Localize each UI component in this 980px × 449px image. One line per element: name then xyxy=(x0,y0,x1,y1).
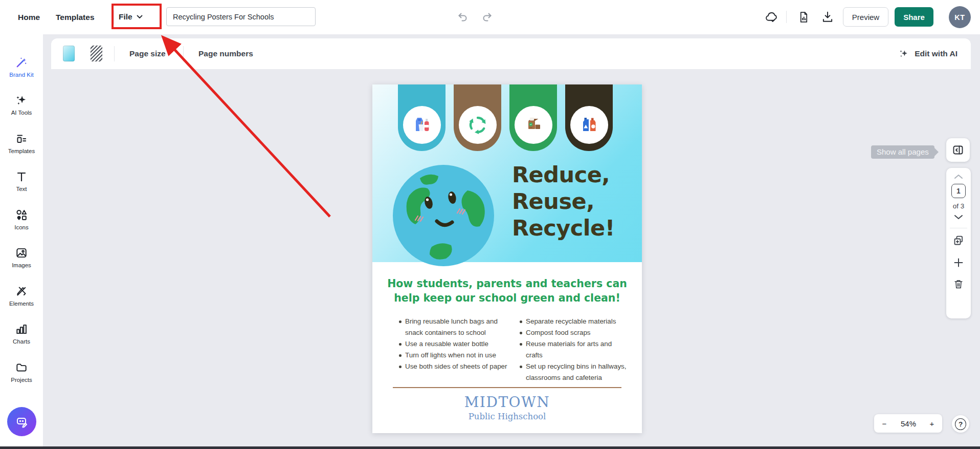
zoom-control: − 54% + xyxy=(874,414,942,433)
cloud-sync-button[interactable] xyxy=(763,9,778,25)
recycle-arrows-icon xyxy=(466,114,489,136)
analytics-button[interactable] xyxy=(796,9,811,25)
file-menu-button[interactable]: File xyxy=(119,7,143,27)
undo-icon xyxy=(457,11,469,23)
sidebar-item-projects[interactable]: Projects xyxy=(0,353,43,391)
shapes-icon xyxy=(15,208,28,222)
bullet-item: Turn off lights when not in use xyxy=(398,350,515,361)
page-count-label: of 3 xyxy=(953,202,965,210)
edit-with-ai-button[interactable]: Edit with AI xyxy=(898,38,957,69)
next-page-button[interactable] xyxy=(954,215,963,220)
poster-divider xyxy=(393,387,621,388)
delete-page-button[interactable] xyxy=(953,279,964,290)
bottom-edge-bar xyxy=(0,446,980,449)
delete-page-icon xyxy=(953,279,964,290)
poster-heading-line2: help keep our school green and clean! xyxy=(383,291,631,305)
layout-list-icon xyxy=(15,132,28,145)
sidebar-item-brand-kit[interactable]: Brand Kit xyxy=(0,48,43,86)
folder-icon xyxy=(15,361,28,374)
sidebar-item-label: Icons xyxy=(14,224,29,230)
background-pattern-swatch[interactable] xyxy=(91,46,102,61)
background-color-swatch[interactable] xyxy=(63,46,75,61)
pages-panel: 1 of 3 xyxy=(946,168,971,318)
nav-home[interactable]: Home xyxy=(18,0,40,34)
poster-title-line3: Recycle! xyxy=(512,215,615,241)
app-window: Home Templates File xyxy=(0,0,980,449)
add-page-button[interactable] xyxy=(953,257,964,268)
top-bar: Home Templates File xyxy=(0,0,980,34)
sidebar-list: Brand Kit AI Tools xyxy=(0,48,43,391)
image-icon xyxy=(15,246,28,260)
sidebar-item-text[interactable]: Text xyxy=(0,162,43,201)
toolbar-divider-2 xyxy=(183,46,184,61)
header-divider-2 xyxy=(786,11,787,23)
poster-title-line2: Reuse, xyxy=(512,188,615,215)
bullet-item: Bring reusable lunch bags and snack cont… xyxy=(398,316,515,338)
sidebar-item-label: Elements xyxy=(9,301,34,307)
bar-chart-icon xyxy=(15,323,28,336)
zoom-in-button[interactable]: + xyxy=(922,414,942,433)
show-all-pages-tooltip: Show all pages xyxy=(871,145,934,159)
download-button[interactable] xyxy=(820,9,835,25)
show-all-pages-button[interactable] xyxy=(946,138,970,162)
sidebar-item-ai-tools[interactable]: AI Tools xyxy=(0,86,43,124)
school-logo-subtitle: Public Highschool xyxy=(372,412,642,421)
sparkles-icon xyxy=(15,94,28,107)
edit-ai-sparkles-icon xyxy=(898,48,909,59)
sidebar-item-elements[interactable]: Elements xyxy=(0,276,43,315)
sidebar-item-label: Templates xyxy=(8,148,35,154)
preview-button[interactable]: Preview xyxy=(843,7,888,27)
sidebar: Brand Kit AI Tools xyxy=(0,34,43,446)
zoom-out-button[interactable]: − xyxy=(874,414,895,433)
collapse-panel-icon xyxy=(952,144,964,156)
current-page-indicator[interactable]: 1 xyxy=(951,184,966,198)
sidebar-item-templates[interactable]: Templates xyxy=(0,124,43,162)
robot-pencil-icon xyxy=(14,414,30,430)
ai-assistant-button[interactable] xyxy=(7,407,36,436)
duplicate-page-button[interactable] xyxy=(952,234,965,247)
chevron-down-icon xyxy=(137,15,143,19)
school-logo: MIDTOWN Public Highschool xyxy=(372,394,642,421)
bin-plastics xyxy=(398,84,446,151)
bin-cardboard xyxy=(509,84,557,151)
sidebar-item-icons[interactable]: Icons xyxy=(0,200,43,239)
bullet-item: Reuse materials for arts and crafts xyxy=(519,338,627,361)
nav-templates[interactable]: Templates xyxy=(56,0,95,34)
duplicate-page-icon xyxy=(952,234,965,247)
plastic-waste-icon xyxy=(411,114,433,136)
edit-with-ai-label: Edit with AI xyxy=(915,49,957,58)
poster-title-line1: Reduce, xyxy=(512,161,615,188)
sidebar-item-label: Brand Kit xyxy=(9,72,33,78)
chevron-up-icon xyxy=(954,174,963,179)
school-logo-name: MIDTOWN xyxy=(372,394,642,411)
sidebar-item-images[interactable]: Images xyxy=(0,239,43,277)
sidebar-item-label: Projects xyxy=(11,377,32,383)
bin-recycle xyxy=(454,84,501,151)
previous-page-button[interactable] xyxy=(954,174,963,179)
bullet-item: Set up recycling bins in hallways, class… xyxy=(519,361,627,383)
cloud-check-icon xyxy=(764,10,778,24)
document-title-input[interactable] xyxy=(166,7,316,26)
redo-icon xyxy=(481,11,493,23)
page-size-button[interactable]: Page size xyxy=(129,38,166,69)
bullet-item: Compost food scraps xyxy=(519,327,627,338)
undo-button[interactable] xyxy=(456,10,470,24)
help-icon: ? xyxy=(955,418,966,430)
redo-button[interactable] xyxy=(480,10,494,24)
avatar[interactable]: KT xyxy=(949,6,971,28)
file-menu-label: File xyxy=(119,12,132,22)
bin-cartons xyxy=(565,84,613,151)
sidebar-item-charts[interactable]: Charts xyxy=(0,315,43,353)
analytics-doc-icon xyxy=(797,11,810,24)
poster-bullets-right: Separate recyclable materials Compost fo… xyxy=(519,316,627,383)
poster-heading-line1: How students, parents and teachers can xyxy=(383,276,631,291)
share-button[interactable]: Share xyxy=(895,7,933,27)
text-icon xyxy=(15,170,28,183)
magic-wand-icon xyxy=(15,56,28,69)
help-button[interactable]: ? xyxy=(952,415,969,433)
chevron-down-icon xyxy=(954,215,963,220)
toolbar-divider xyxy=(114,46,115,61)
poster-page[interactable]: Reduce, Reuse, Recycle! How students, pa… xyxy=(372,84,642,433)
page-numbers-button[interactable]: Page numbers xyxy=(198,38,253,69)
poster-heading: How students, parents and teachers can h… xyxy=(383,276,631,305)
